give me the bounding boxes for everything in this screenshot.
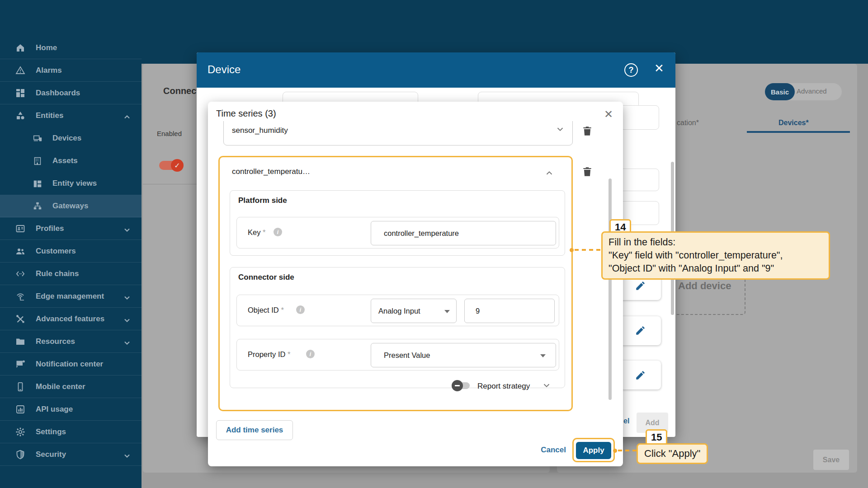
field-outline-fragment — [619, 169, 659, 191]
tooltip-line: Fill in the fields: — [609, 236, 823, 249]
add-time-series-button[interactable]: Add time series — [216, 420, 293, 440]
info-icon[interactable]: i — [296, 305, 305, 314]
time-series-row-controller-temperature: controller_temperatu… Platform side Key … — [218, 156, 573, 411]
key-input[interactable]: controller_temperature — [371, 221, 556, 245]
callout-15-dot — [613, 449, 617, 453]
platform-side-card: Platform side Key * i controller_tempera… — [230, 190, 565, 256]
chevron-up-icon[interactable] — [544, 168, 554, 178]
thingsboard-app: HomeAlarmsDashboardsEntitiesDevicesAsset… — [0, 0, 868, 488]
step-14-tooltip: Fill in the fields: "Key" field with "co… — [601, 231, 830, 280]
time-series-key-label[interactable]: controller_temperatu… — [232, 167, 310, 176]
key-label: Key — [248, 228, 260, 236]
property-id-label: Property ID — [248, 350, 285, 358]
report-strategy-toggle-thumb[interactable] — [452, 380, 463, 391]
minus-icon — [455, 385, 460, 386]
device-modal-close-icon[interactable]: ✕ — [654, 62, 664, 74]
callout-14-dot — [570, 248, 574, 252]
object-id-field-row: Object ID * i Analog Input 9 — [236, 295, 559, 326]
device-modal-title: Device — [208, 63, 241, 76]
key-input-value: controller_temperature — [384, 229, 459, 238]
object-id-value: 9 — [476, 307, 480, 315]
edit-pencil-icon[interactable] — [635, 324, 646, 336]
apply-highlight-ring — [572, 438, 615, 462]
info-icon[interactable]: i — [306, 350, 315, 358]
required-mark: * — [281, 306, 283, 314]
step-15-tooltip: Click "Apply" — [637, 443, 708, 464]
info-icon[interactable]: i — [274, 228, 282, 236]
modal-cancel-clipped[interactable]: el — [623, 417, 629, 425]
key-field-row: Key * i controller_temperature — [236, 217, 559, 249]
select-caret-icon — [540, 354, 546, 357]
object-type-select[interactable]: Analog Input — [371, 299, 457, 323]
edit-pencil-icon[interactable] — [635, 369, 646, 381]
time-series-key-label: sensor_humidity — [232, 126, 288, 135]
property-id-field-row: Property ID * i Present Value — [236, 339, 559, 371]
cancel-button[interactable]: Cancel — [533, 445, 569, 455]
property-id-select[interactable]: Present Value — [371, 343, 556, 367]
object-id-input[interactable]: 9 — [464, 299, 555, 323]
select-caret-icon — [444, 310, 450, 313]
callout-14-connector — [575, 249, 601, 251]
required-mark: * — [288, 350, 290, 358]
help-icon[interactable]: ? — [624, 63, 638, 77]
required-mark: * — [263, 228, 265, 236]
connector-side-title: Connector side — [238, 273, 294, 282]
chevron-down-icon[interactable] — [555, 124, 565, 134]
object-id-label: Object ID — [248, 306, 279, 314]
edit-pencil-icon[interactable] — [635, 280, 646, 291]
platform-side-title: Platform side — [238, 196, 287, 205]
device-modal-header — [197, 52, 675, 88]
time-series-panel: Time series (3) ✕ sensor_humidity contro… — [208, 102, 623, 466]
time-series-close-icon[interactable]: ✕ — [604, 109, 613, 120]
tooltip-line: "Object ID" with "Analog Input" and "9" — [609, 262, 823, 275]
report-strategy-label: Report strategy — [477, 382, 530, 391]
delete-time-series-icon[interactable] — [581, 125, 593, 137]
time-series-title: Time series (3) — [216, 108, 276, 119]
object-type-value: Analog Input — [378, 307, 420, 315]
callout-15-connector — [618, 450, 637, 451]
time-series-row-sensor-humidity[interactable]: sensor_humidity — [223, 121, 573, 145]
delete-time-series-icon[interactable] — [581, 166, 593, 178]
field-outline-fragment — [619, 105, 659, 130]
panel-scrollbar[interactable] — [609, 178, 612, 400]
connector-side-card: Connector side Object ID * i Analog Inpu… — [230, 267, 565, 388]
tooltip-line: "Key" field with "controller_temperature… — [609, 249, 823, 262]
time-series-scroll-area: sensor_humidity controller_temperatu… — [208, 121, 623, 419]
property-id-value: Present Value — [384, 351, 430, 360]
chevron-down-icon[interactable] — [542, 380, 552, 390]
